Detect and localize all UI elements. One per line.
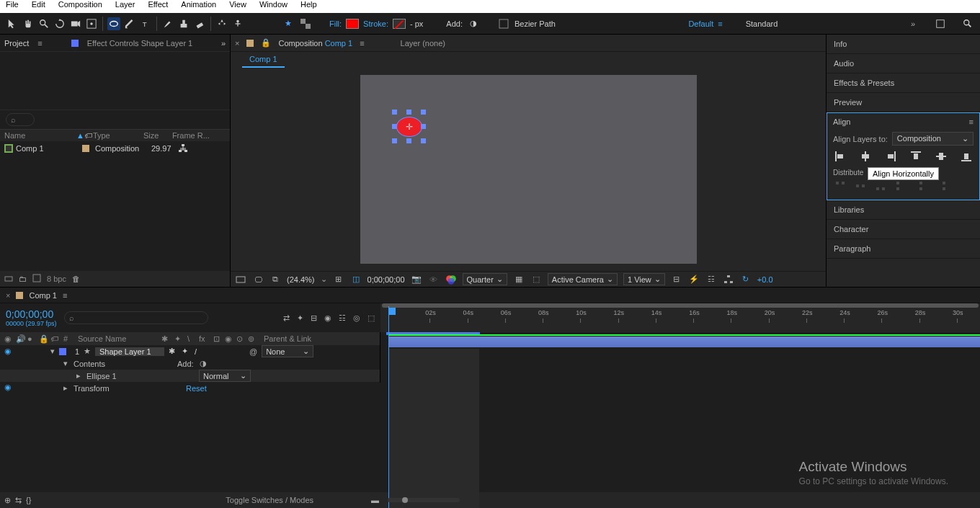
current-timecode[interactable]: 0;00;00;00 [368,275,405,284]
ellipse-tool[interactable] [107,17,120,30]
lock-icon[interactable]: 🔒 [261,38,271,48]
close-tab-icon[interactable]: × [6,291,10,300]
panel-effects[interactable]: Effects & Presets [827,73,980,93]
draft3d-icon[interactable]: ⬚ [368,313,375,323]
workspace-standard[interactable]: Standard [746,19,778,28]
layer-name[interactable]: Shape Layer 1 [95,347,164,356]
channel-icon[interactable] [445,274,457,285]
panel-snap-icon[interactable] [934,17,947,30]
dist-hcenter-button[interactable] [914,179,928,192]
visibility-toggle[interactable]: ◉ [0,383,9,492]
workspace-menu-icon[interactable]: ≡ [718,19,722,28]
audio-col-icon[interactable]: 🔊 [16,334,23,344]
project-tab[interactable]: Project [4,39,29,48]
roto-tool[interactable] [215,17,228,30]
zoom-tool[interactable] [37,17,50,30]
new-comp-icon[interactable] [32,274,41,284]
rotate-tool[interactable] [53,17,66,30]
lock-col-icon[interactable]: 🔒 [39,334,46,344]
search-help-icon[interactable] [961,17,974,30]
add-contents-icon[interactable]: ◑ [200,359,207,368]
dist-left-button[interactable] [894,179,908,192]
project-search[interactable]: ⌕ [6,113,35,126]
twirl-icon[interactable]: ▾ [50,347,55,356]
zoom-out-icon[interactable]: ▬ [371,496,379,504]
panel-menu-icon[interactable]: ≡ [63,291,67,300]
align-title[interactable]: Align [833,117,850,126]
menu-effect[interactable]: Effect [148,0,168,13]
bpc-button[interactable]: 8 bpc [47,275,66,283]
panel-preview[interactable]: Preview [827,93,980,112]
camera-tool[interactable] [69,17,82,30]
panel-character[interactable]: Character [827,220,980,239]
layer-row[interactable]: ◉ ▾ 1 ★ Shape Layer 1 ✱✦/ @ None⌄ [0,345,380,357]
solo-col-icon[interactable]: ● [27,334,35,343]
panel-menu-icon[interactable]: ≡ [360,39,364,48]
handle-mr[interactable] [421,124,426,129]
align-top-button[interactable] [909,150,923,163]
mask-icon[interactable]: ⧉ [270,274,281,285]
expand-icon[interactable]: ⊕ [4,496,11,505]
add-shape-icon[interactable]: ◑ [467,17,480,30]
sort-icon[interactable]: ▲ [76,131,84,140]
playhead[interactable] [388,308,396,315]
views-select[interactable]: 1 View ⌄ [623,273,665,285]
stroke-swatch[interactable] [393,19,406,29]
handle-ml[interactable] [392,124,397,129]
bezier-checkbox[interactable] [497,17,510,30]
frame-blend-icon[interactable]: ⊟ [311,313,317,323]
comp-breadcrumb[interactable]: Composition Comp 1 [278,39,352,48]
resolution-icon[interactable]: ⊞ [333,274,344,285]
panel-audio[interactable]: Audio [827,54,980,73]
roi-icon[interactable]: ◫ [350,274,362,285]
anchor-tool[interactable] [85,17,98,30]
label-col-icon[interactable]: 🏷 [50,334,59,343]
align-bottom-button[interactable] [959,150,974,163]
work-area-scrollbar[interactable] [382,303,979,308]
handle-tl[interactable] [392,110,397,115]
timeline-comp-tab[interactable]: Comp 1 [29,291,57,300]
fast-preview-icon[interactable]: ⚡ [688,274,700,285]
stroke-px[interactable]: - px [410,19,423,28]
checker-icon[interactable] [299,17,312,30]
3d-view-icon[interactable]: ⬚ [530,274,542,285]
fill-label[interactable]: Fill: [329,19,342,28]
zoom-level[interactable]: (24.4%) [287,275,315,284]
timeline-search[interactable]: ⌕ [64,311,208,324]
header-framerate[interactable]: Frame R... [172,131,210,140]
star-icon[interactable]: ★ [282,17,295,30]
align-right-button[interactable] [883,150,898,163]
layer-label-color[interactable] [59,348,66,355]
anchor-icon[interactable]: ✛ [406,122,413,132]
menu-layer[interactable]: Layer [115,0,135,13]
motion-blur-icon[interactable]: ◉ [324,313,331,323]
switches-icon[interactable]: ✱ [161,334,170,344]
handle-bl[interactable] [392,138,397,143]
toggle-switches-button[interactable]: Toggle Switches / Modes [226,496,313,504]
parent-select[interactable]: None⌄ [262,345,313,357]
time-indicator-line[interactable] [388,306,389,508]
show-snapshot-icon[interactable]: 👁 [428,274,440,285]
switches2-icon[interactable]: ✦ [174,334,183,344]
trash-icon[interactable]: 🗑 [72,275,80,283]
pixel-aspect-icon[interactable]: ⊟ [671,274,682,285]
fill-swatch[interactable] [346,19,359,29]
camera-select[interactable]: Active Camera ⌄ [548,273,618,285]
header-type[interactable]: Type [93,131,143,140]
align-vcenter-button[interactable] [934,150,948,163]
panel-menu-icon[interactable]: ≡ [37,39,42,48]
panel-paragraph[interactable]: Paragraph [827,239,980,259]
display-icon[interactable]: 🖵 [252,274,264,285]
hand-tool[interactable] [22,17,35,30]
viewport[interactable]: ✛ [231,68,826,271]
current-time[interactable]: 0;00;00;00 [6,308,57,320]
align-hcenter-button[interactable] [858,150,873,163]
handle-bc[interactable] [406,138,411,143]
visibility-toggle[interactable]: ◉ [4,347,12,356]
eraser-tool[interactable] [193,17,206,30]
tag-icon[interactable]: 🏷 [84,131,93,140]
dist-top-button[interactable] [833,179,847,192]
time-ruler[interactable]: 02s04s06s08s10s12s14s16s18s20s22s24s26s2… [380,303,980,332]
brainstorm-icon[interactable]: ◎ [353,313,360,323]
dist-right-button[interactable] [934,179,948,192]
